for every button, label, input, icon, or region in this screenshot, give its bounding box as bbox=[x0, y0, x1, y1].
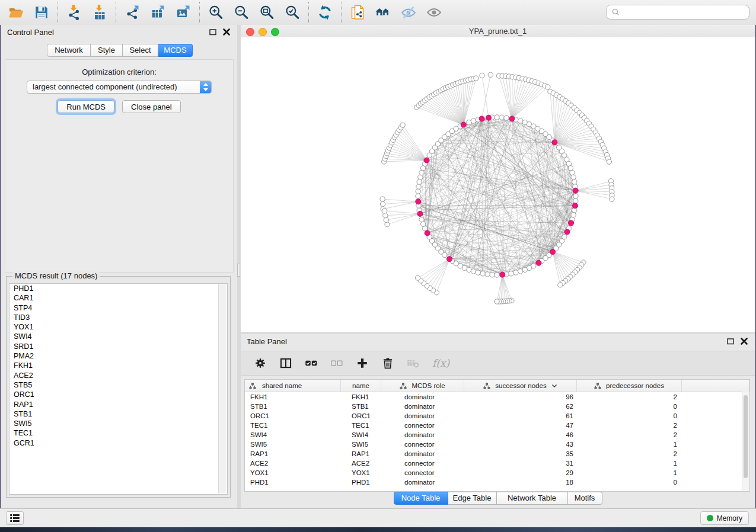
deselect-all-icon[interactable] bbox=[330, 357, 343, 370]
table-cell: connector bbox=[381, 440, 464, 449]
column-type-icon bbox=[400, 383, 407, 389]
result-list-scrollbar[interactable] bbox=[218, 284, 227, 493]
show-all-icon[interactable] bbox=[426, 5, 442, 20]
mcds-result-node[interactable]: GCR1 bbox=[9, 438, 227, 448]
optimization-criterion-select[interactable]: largest connected component (undirected) bbox=[27, 81, 212, 94]
column-header-shared-name[interactable]: shared name bbox=[245, 380, 341, 392]
close-panel-icon[interactable] bbox=[739, 336, 749, 346]
control-panel-tabs: NetworkStyleSelectMCDS bbox=[47, 44, 193, 57]
toolbar-icon-groups bbox=[0, 0, 450, 25]
refresh-layout-icon[interactable] bbox=[317, 5, 333, 20]
table-row[interactable]: PHD1PHD1dominator180 bbox=[245, 477, 749, 487]
mcds-result-node[interactable]: STP4 bbox=[9, 303, 227, 313]
mcds-result-node[interactable]: CAR1 bbox=[9, 293, 227, 303]
export-table-icon[interactable] bbox=[150, 5, 165, 20]
sort-chevron-icon[interactable] bbox=[551, 383, 557, 388]
column-type-icon bbox=[483, 383, 490, 389]
table-cell: 2 bbox=[577, 421, 682, 430]
scrollbar-thumb[interactable] bbox=[744, 395, 748, 478]
column-header-successor-nodes[interactable]: successor nodes bbox=[464, 380, 577, 392]
table-row[interactable]: TEC1TEC1connector472 bbox=[245, 421, 749, 430]
delete-icon[interactable] bbox=[381, 357, 394, 370]
table-cell: STB1 bbox=[341, 402, 381, 411]
table-cell: 43 bbox=[464, 440, 577, 449]
search-box[interactable] bbox=[606, 5, 749, 20]
list-icon bbox=[8, 512, 22, 524]
tab-network-table[interactable]: Network Table bbox=[497, 492, 568, 505]
mcds-result-node[interactable]: SWI5 bbox=[9, 419, 227, 428]
table-tabs: Node TableEdge TableNetwork TableMotifs bbox=[394, 492, 602, 505]
save-icon[interactable] bbox=[34, 5, 49, 20]
table-row[interactable]: YOX1YOX1connector291 bbox=[245, 468, 749, 477]
hide-selected-icon[interactable] bbox=[401, 5, 416, 20]
mcds-result-node[interactable]: STB1 bbox=[9, 409, 227, 419]
table-cell: PHD1 bbox=[245, 477, 341, 487]
tab-edge-table[interactable]: Edge Table bbox=[448, 492, 497, 505]
import-table-icon[interactable] bbox=[92, 5, 107, 20]
split-panel-icon[interactable] bbox=[279, 357, 292, 370]
network-canvas[interactable] bbox=[241, 37, 755, 332]
mcds-result-node[interactable]: TEC1 bbox=[9, 428, 227, 438]
mcds-result-node[interactable]: PMA2 bbox=[9, 351, 227, 361]
mcds-result-node[interactable]: TID3 bbox=[9, 313, 227, 322]
table-row[interactable]: STB1STB1dominator620 bbox=[245, 402, 749, 411]
network-graph[interactable] bbox=[241, 37, 755, 332]
gear-icon[interactable] bbox=[254, 357, 267, 370]
import-network-icon[interactable] bbox=[66, 5, 82, 20]
table-row[interactable]: RAP1RAP1dominator352 bbox=[245, 449, 749, 459]
node-table: shared namenameMCDS rolesuccessor nodesp… bbox=[244, 379, 750, 492]
mcds-result-node[interactable]: YOX1 bbox=[9, 322, 227, 332]
tab-node-table[interactable]: Node Table bbox=[394, 492, 448, 505]
memory-button[interactable]: Memory bbox=[700, 511, 749, 525]
console-button[interactable] bbox=[6, 511, 24, 525]
toolbar-group bbox=[341, 2, 450, 23]
table-cell: TEC1 bbox=[245, 421, 341, 430]
close-panel-icon[interactable] bbox=[222, 27, 231, 37]
open-file-icon[interactable] bbox=[8, 5, 24, 20]
mcds-result-node[interactable]: FKH1 bbox=[9, 361, 227, 370]
clone-network-icon[interactable] bbox=[350, 5, 365, 20]
mcds-result-list[interactable]: PHD1CAR1STP4TID3YOX1SWI4SRD1PMA2FKH1ACE2… bbox=[9, 283, 228, 495]
table-row[interactable]: SWI4SWI4dominator462 bbox=[245, 430, 749, 440]
desktop-background bbox=[0, 527, 756, 532]
search-input[interactable] bbox=[620, 8, 749, 17]
tab-mcds[interactable]: MCDS bbox=[158, 44, 193, 57]
close-panel-button[interactable]: Close panel bbox=[122, 100, 181, 113]
mcds-result-node[interactable]: SWI4 bbox=[9, 332, 227, 341]
tab-motifs[interactable]: Motifs bbox=[568, 492, 602, 505]
table-cell: SWI4 bbox=[245, 430, 341, 440]
table-row[interactable]: FKH1FKH1dominator962 bbox=[245, 392, 749, 402]
splitter-grip[interactable] bbox=[237, 264, 240, 277]
table-row[interactable]: ORC1ORC1dominator610 bbox=[245, 411, 749, 421]
mcds-result-node[interactable]: SRD1 bbox=[9, 342, 227, 351]
cytoscape-window: Control Panel NetworkStyleSelectMCDS Opt… bbox=[0, 0, 756, 532]
export-network-icon[interactable] bbox=[125, 5, 140, 20]
float-panel-icon[interactable] bbox=[208, 27, 218, 37]
table-scrollbar[interactable] bbox=[742, 392, 749, 491]
table-row[interactable]: ACE2ACE2connector311 bbox=[245, 459, 749, 468]
run-mcds-button[interactable]: Run MCDS bbox=[58, 100, 114, 113]
tab-select[interactable]: Select bbox=[123, 44, 158, 57]
mcds-result-title: MCDS result (17 nodes) bbox=[12, 271, 100, 280]
first-neighbors-icon[interactable] bbox=[375, 5, 391, 20]
mcds-result-node[interactable]: STB5 bbox=[9, 380, 227, 390]
table-row[interactable]: SWI5SWI5connector431 bbox=[245, 440, 749, 449]
mcds-result-node[interactable]: ACE2 bbox=[9, 371, 227, 380]
mcds-result-node[interactable]: RAP1 bbox=[9, 400, 227, 409]
column-header-MCDS-role[interactable]: MCDS role bbox=[381, 380, 464, 392]
zoom-selected-icon[interactable] bbox=[285, 5, 300, 20]
float-panel-icon[interactable] bbox=[726, 336, 735, 346]
mcds-result-node[interactable]: ORC1 bbox=[9, 390, 227, 399]
zoom-out-icon[interactable] bbox=[234, 5, 249, 20]
column-header-predecessor-nodes[interactable]: predecessor nodes bbox=[577, 380, 682, 392]
select-all-icon[interactable] bbox=[305, 357, 318, 370]
tab-network[interactable]: Network bbox=[47, 44, 91, 57]
tab-style[interactable]: Style bbox=[91, 44, 123, 57]
export-image-icon[interactable] bbox=[176, 5, 191, 20]
table-cell: STB1 bbox=[245, 402, 341, 411]
column-header-name[interactable]: name bbox=[341, 380, 381, 392]
zoom-fit-icon[interactable] bbox=[259, 5, 275, 20]
add-icon[interactable] bbox=[356, 357, 369, 370]
zoom-in-icon[interactable] bbox=[208, 5, 224, 20]
mcds-result-node[interactable]: PHD1 bbox=[9, 284, 227, 293]
